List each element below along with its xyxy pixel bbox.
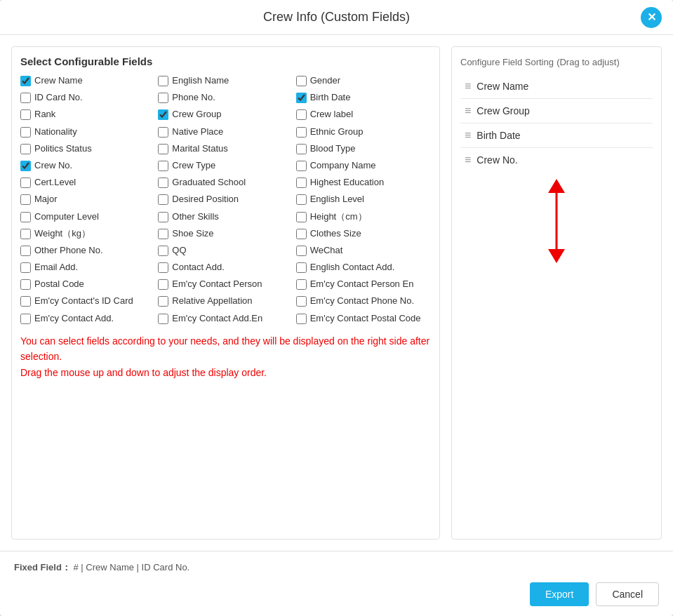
field-checkbox[interactable]: [20, 279, 31, 290]
field-checkbox[interactable]: [158, 314, 168, 324]
field-label[interactable]: Crew Type: [172, 159, 215, 172]
field-label[interactable]: Crew label: [310, 108, 353, 121]
field-label[interactable]: Native Place: [172, 126, 223, 138]
field-label[interactable]: Em'cy Contact Add.: [34, 312, 114, 325]
field-label[interactable]: Rank: [34, 108, 55, 121]
field-label[interactable]: Marital Status: [172, 142, 227, 155]
field-checkbox[interactable]: [296, 194, 307, 205]
field-label[interactable]: Cert.Level: [34, 176, 76, 189]
field-label[interactable]: Politics Status: [34, 142, 92, 155]
field-label[interactable]: Postal Code: [34, 278, 84, 290]
close-button[interactable]: ✕: [641, 7, 662, 28]
field-label[interactable]: Shoe Size: [172, 227, 213, 240]
field-label[interactable]: Em'cy Contact Postal Code: [310, 312, 421, 325]
field-label[interactable]: Contact Add.: [172, 261, 224, 274]
field-checkbox[interactable]: [20, 127, 31, 138]
field-checkbox[interactable]: [20, 194, 31, 205]
field-checkbox[interactable]: [158, 161, 168, 171]
field-checkbox[interactable]: [20, 161, 31, 171]
cancel-button[interactable]: Cancel: [596, 582, 659, 606]
field-checkbox[interactable]: [158, 279, 168, 290]
field-checkbox[interactable]: [296, 144, 307, 154]
export-button[interactable]: Export: [530, 582, 589, 606]
field-checkbox[interactable]: [296, 279, 307, 290]
field-label[interactable]: English Name: [172, 74, 229, 87]
field-label[interactable]: WeChat: [310, 244, 343, 257]
field-label[interactable]: English Level: [310, 193, 364, 206]
field-checkbox[interactable]: [158, 296, 168, 307]
field-checkbox[interactable]: [20, 229, 31, 239]
field-checkbox[interactable]: [296, 178, 307, 188]
field-checkbox[interactable]: [296, 314, 307, 324]
field-label[interactable]: Em'cy Contact's ID Card: [34, 295, 133, 307]
field-label[interactable]: Company Name: [310, 159, 376, 172]
field-label[interactable]: Ethnic Group: [310, 126, 364, 138]
sort-item[interactable]: ≡Crew Group: [460, 99, 653, 123]
field-label[interactable]: Relative Appellation: [172, 295, 252, 307]
field-item: ID Card No.: [20, 91, 155, 104]
field-label[interactable]: Phone No.: [172, 91, 215, 104]
sort-item[interactable]: ≡Crew No.: [460, 148, 653, 172]
field-checkbox[interactable]: [296, 76, 307, 86]
field-checkbox[interactable]: [296, 262, 307, 273]
field-label[interactable]: Weight（kg）: [34, 227, 91, 240]
field-checkbox[interactable]: [20, 212, 31, 222]
field-label[interactable]: Em'cy Contact Add.En: [172, 312, 262, 325]
field-checkbox[interactable]: [158, 109, 168, 120]
field-label[interactable]: Em'cy Contact Person: [172, 278, 262, 290]
field-checkbox[interactable]: [158, 93, 168, 103]
field-checkbox[interactable]: [20, 178, 31, 188]
field-checkbox[interactable]: [158, 246, 168, 256]
field-checkbox[interactable]: [20, 76, 31, 86]
field-checkbox[interactable]: [20, 246, 31, 256]
field-label[interactable]: Height（cm）: [310, 210, 367, 223]
field-label[interactable]: QQ: [172, 244, 186, 257]
field-checkbox[interactable]: [296, 127, 307, 138]
sort-item[interactable]: ≡Crew Name: [460, 74, 653, 99]
field-checkbox[interactable]: [296, 161, 307, 171]
field-label[interactable]: Blood Type: [310, 142, 356, 155]
field-checkbox[interactable]: [20, 93, 31, 103]
field-label[interactable]: Graduated School: [172, 176, 246, 189]
field-checkbox[interactable]: [158, 178, 168, 188]
field-label[interactable]: Gender: [310, 74, 340, 87]
field-checkbox[interactable]: [20, 296, 31, 307]
field-item: Company Name: [296, 159, 431, 172]
field-label[interactable]: English Contact Add.: [310, 261, 395, 274]
field-label[interactable]: Clothes Size: [310, 227, 361, 240]
field-checkbox[interactable]: [296, 296, 307, 307]
field-checkbox[interactable]: [20, 109, 31, 120]
field-checkbox[interactable]: [158, 229, 168, 239]
field-checkbox[interactable]: [20, 262, 31, 273]
field-label[interactable]: Em'cy Contact Phone No.: [310, 295, 414, 307]
field-checkbox[interactable]: [158, 127, 168, 138]
field-checkbox[interactable]: [158, 194, 168, 205]
field-label[interactable]: Crew No.: [34, 159, 72, 172]
field-label[interactable]: Other Skills: [172, 210, 218, 223]
field-item: Crew Type: [158, 159, 293, 172]
field-checkbox[interactable]: [158, 212, 168, 222]
field-checkbox[interactable]: [158, 262, 168, 273]
sort-item[interactable]: ≡Birth Date: [460, 123, 653, 148]
field-label[interactable]: Computer Level: [34, 210, 99, 223]
field-label[interactable]: Highest Education: [310, 176, 385, 189]
field-label[interactable]: Nationality: [34, 126, 77, 138]
field-label[interactable]: Desired Position: [172, 193, 239, 206]
field-checkbox[interactable]: [296, 212, 307, 222]
field-checkbox[interactable]: [158, 144, 168, 154]
field-checkbox[interactable]: [20, 314, 31, 324]
field-checkbox[interactable]: [296, 229, 307, 239]
field-label[interactable]: Email Add.: [34, 261, 78, 274]
field-label[interactable]: Other Phone No.: [34, 244, 103, 257]
field-label[interactable]: Em'cy Contact Person En: [310, 278, 414, 290]
field-checkbox[interactable]: [296, 246, 307, 256]
field-checkbox[interactable]: [20, 144, 31, 154]
field-label[interactable]: Major: [34, 193, 58, 206]
field-checkbox[interactable]: [296, 93, 307, 103]
field-label[interactable]: Crew Group: [172, 108, 221, 121]
field-checkbox[interactable]: [158, 76, 168, 86]
field-label[interactable]: Birth Date: [310, 91, 351, 104]
field-label[interactable]: ID Card No.: [34, 91, 83, 104]
field-label[interactable]: Crew Name: [34, 74, 83, 87]
field-checkbox[interactable]: [296, 109, 307, 120]
